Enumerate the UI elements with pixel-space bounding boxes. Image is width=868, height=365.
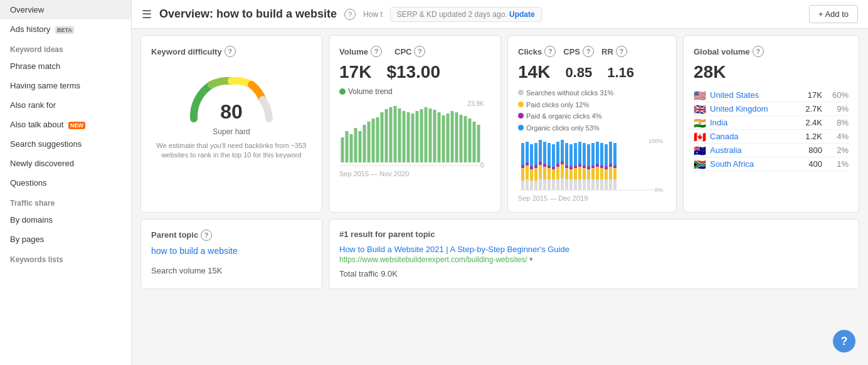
result-url-link[interactable]: https://www.websitebuilderexpert.com/bui…	[339, 255, 527, 264]
country-row: 🇿🇦 South Africa 400 1%	[694, 157, 849, 171]
svg-rect-40	[521, 165, 524, 168]
global-value: 28K	[694, 62, 849, 82]
svg-rect-84	[569, 166, 573, 169]
svg-rect-63	[548, 168, 551, 179]
parent-topic-link[interactable]: how to build a website	[151, 246, 238, 256]
svg-text:100%: 100%	[648, 138, 663, 144]
svg-rect-103	[591, 168, 595, 179]
sidebar: Overview Ads history BETA Keyword ideas …	[0, 0, 132, 365]
volume-help-icon[interactable]: ?	[371, 46, 382, 57]
svg-text:23.9K: 23.9K	[467, 100, 484, 107]
country-name[interactable]: United Kingdom	[710, 104, 796, 114]
global-help-icon[interactable]: ?	[753, 46, 764, 57]
cpc-help-icon[interactable]: ?	[414, 46, 425, 57]
svg-text:80: 80	[220, 100, 243, 123]
sidebar-item-questions[interactable]: Questions	[0, 173, 131, 193]
country-name[interactable]: South Africa	[710, 159, 796, 169]
svg-rect-11	[376, 117, 379, 162]
country-flag: 🇦🇺	[694, 146, 706, 155]
country-value: 2.4K	[800, 118, 822, 127]
svg-rect-75	[561, 164, 564, 178]
gauge-svg: 80	[181, 68, 282, 125]
result-title-link[interactable]: How to Build a Website 2021 | A Step-by-…	[339, 245, 569, 254]
gauge-wrap: 80	[181, 68, 282, 125]
svg-rect-5	[350, 134, 353, 162]
update-link[interactable]: Update	[509, 10, 535, 19]
svg-rect-116	[605, 166, 608, 169]
country-flag: 🇬🇧	[694, 105, 706, 114]
rr-help-icon[interactable]: ?	[616, 46, 627, 57]
svg-rect-73	[556, 142, 559, 164]
sidebar-item-also-talk-about[interactable]: Also talk about NEW	[0, 115, 131, 134]
sidebar-item-overview[interactable]: Overview	[0, 0, 131, 19]
volume-card-title: Volume ? CPC ?	[339, 46, 490, 57]
svg-rect-71	[556, 167, 559, 179]
country-flag: 🇮🇳	[694, 119, 706, 127]
parent-help-icon[interactable]: ?	[201, 230, 212, 241]
svg-rect-33	[473, 122, 476, 162]
svg-rect-13	[385, 109, 388, 162]
sidebar-item-search-suggestions[interactable]: Search suggestions	[0, 134, 131, 154]
svg-rect-80	[565, 166, 568, 168]
svg-rect-24	[433, 110, 437, 162]
result-url: https://www.websitebuilderexpert.com/bui…	[339, 255, 849, 264]
sidebar-item-phrase-match[interactable]: Phrase match	[0, 56, 131, 76]
sidebar-item-by-pages[interactable]: By pages	[0, 230, 131, 249]
country-name[interactable]: Canada	[710, 132, 796, 141]
clicks-card-title: Clicks ? CPS ? RR ?	[518, 46, 666, 57]
sidebar-item-having-same-terms[interactable]: Having same terms	[0, 76, 131, 95]
svg-rect-34	[477, 125, 480, 162]
add-to-button[interactable]: + Add to	[809, 5, 858, 23]
result-card-title: #1 result for parent topic	[339, 230, 849, 239]
svg-rect-91	[578, 167, 581, 179]
clicks-metric-row: 14K 0.85 1.16	[518, 62, 666, 82]
clicks-chart-svg: 100% 0%	[518, 137, 666, 193]
country-value: 17K	[800, 90, 822, 100]
sidebar-item-ads-history[interactable]: Ads history BETA	[0, 19, 131, 39]
sidebar-item-newly-discovered[interactable]: Newly discovered	[0, 154, 131, 173]
clicks-card: Clicks ? CPS ? RR ? 14K 0.85 1.16 Search…	[507, 35, 677, 213]
clicks-chart: 100% 0%	[518, 137, 666, 193]
title-help-icon[interactable]: ?	[344, 9, 356, 20]
svg-rect-105	[591, 143, 595, 166]
trend-dot	[339, 88, 346, 95]
svg-rect-123	[613, 168, 617, 179]
ads-history-badge: BETA	[55, 26, 74, 34]
svg-rect-61	[543, 142, 546, 164]
kd-card-title: Keyword difficulty ?	[151, 46, 312, 57]
help-circle-button[interactable]: ?	[833, 330, 855, 352]
svg-rect-119	[609, 167, 612, 179]
svg-rect-101	[587, 144, 590, 166]
menu-icon[interactable]: ☰	[142, 8, 152, 21]
country-name[interactable]: India	[710, 118, 796, 127]
svg-rect-64	[548, 166, 551, 168]
svg-rect-89	[574, 143, 577, 166]
svg-rect-67	[552, 169, 555, 179]
country-pct: 60%	[826, 90, 849, 100]
also-rank-for-label: Also rank for	[10, 100, 56, 110]
cps-help-icon[interactable]: ?	[583, 46, 594, 57]
svg-rect-88	[574, 166, 577, 168]
country-name[interactable]: United States	[710, 90, 796, 100]
sidebar-item-by-domains[interactable]: By domains	[0, 210, 131, 230]
country-name[interactable]: Australia	[710, 145, 796, 155]
having-same-terms-label: Having same terms	[10, 81, 80, 90]
kd-help-icon[interactable]: ?	[225, 46, 236, 57]
svg-rect-120	[609, 164, 612, 167]
clicks-help-icon[interactable]: ?	[544, 46, 556, 57]
main-content: ☰ Overview: how to build a website ? How…	[132, 0, 868, 365]
svg-rect-72	[556, 164, 559, 167]
country-pct: 2%	[826, 145, 849, 155]
svg-rect-45	[526, 142, 529, 162]
country-row: 🇮🇳 India 2.4K 8%	[694, 116, 849, 130]
country-flag: 🇨🇦	[694, 132, 706, 141]
ads-history-label: Ads history	[10, 24, 50, 34]
sidebar-item-also-rank-for[interactable]: Also rank for	[0, 95, 131, 115]
country-row: 🇦🇺 Australia 800 2%	[694, 144, 849, 157]
svg-rect-59	[543, 167, 546, 179]
svg-rect-76	[561, 161, 564, 164]
svg-rect-85	[569, 144, 573, 166]
svg-rect-14	[389, 107, 393, 162]
svg-rect-115	[605, 169, 608, 179]
dropdown-icon[interactable]: ▾	[529, 255, 533, 263]
